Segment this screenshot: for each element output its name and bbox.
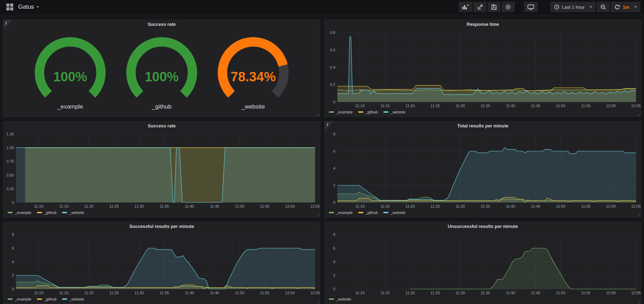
settings-button[interactable] (502, 2, 515, 12)
panel-actions-group (459, 2, 515, 12)
refresh-button[interactable]: 1m (611, 2, 641, 12)
svg-text:0: 0 (12, 200, 14, 205)
svg-text:11:25: 11:25 (431, 291, 440, 295)
legend-item-github[interactable]: _github (37, 297, 57, 301)
legend-label: _example (336, 110, 353, 114)
navbar-actions: Last 1 hour 1m (454, 2, 641, 12)
svg-text:6: 6 (12, 246, 14, 250)
svg-text:11:55: 11:55 (581, 204, 591, 208)
tv-mode-button[interactable] (524, 2, 538, 12)
svg-text:12:00: 12:00 (285, 204, 295, 208)
add-panel-button[interactable] (459, 2, 473, 12)
panel-info-corner[interactable] (325, 121, 334, 131)
share-icon (477, 4, 483, 10)
gauge-github: 100% _github (118, 36, 205, 110)
resize-handle[interactable] (637, 300, 640, 303)
legend-label: _website (69, 210, 84, 215)
svg-text:2: 2 (333, 273, 335, 277)
chevron-down-icon (36, 6, 39, 8)
legend-color-swatch (62, 212, 67, 213)
legend-label: _website (69, 297, 84, 301)
gauge-value: 78.34% (231, 69, 276, 84)
legend-item-example[interactable]: _example (8, 297, 31, 301)
panel-title[interactable]: Response time (325, 20, 641, 29)
success-rate-chart[interactable]: 00.250.500.751.001.2511:1011:1511:2011:2… (3, 131, 320, 209)
svg-text:2: 2 (12, 273, 14, 277)
legend-item-website[interactable]: _website (62, 297, 84, 301)
svg-text:0: 0 (333, 200, 335, 205)
legend-item-github[interactable]: _github (358, 210, 378, 215)
svg-text:0.75: 0.75 (7, 159, 14, 163)
legend-item-github[interactable]: _github (37, 210, 57, 215)
panel-total-results: i Total results per minute 0246811:1011:… (324, 121, 641, 217)
svg-text:11:25: 11:25 (109, 204, 119, 208)
top-navbar: Gatus (0, 0, 644, 14)
legend-item-website[interactable]: _website (329, 297, 351, 301)
svg-text:11:55: 11:55 (581, 291, 591, 295)
svg-text:11:35: 11:35 (160, 291, 169, 295)
save-button[interactable] (488, 2, 500, 12)
svg-text:11:20: 11:20 (84, 291, 94, 295)
svg-text:11:50: 11:50 (556, 291, 565, 295)
svg-text:11:20: 11:20 (405, 204, 415, 208)
panel-title[interactable]: Success rate (3, 121, 320, 131)
legend-item-website[interactable]: _website (383, 110, 405, 114)
panel-title[interactable]: Unsuccessful results per minute (325, 222, 641, 231)
gauge-arc: 100% (118, 36, 205, 103)
svg-text:11:15: 11:15 (59, 204, 68, 208)
legend-item-example[interactable]: _example (329, 210, 353, 215)
svg-text:2: 2 (333, 183, 335, 187)
legend-color-swatch (8, 212, 13, 213)
resize-handle[interactable] (316, 113, 319, 116)
successful-results-chart[interactable]: 0246811:1011:1511:2011:2511:3011:3511:40… (3, 231, 320, 296)
zoom-out-button[interactable] (597, 2, 610, 12)
legend-item-example[interactable]: _example (8, 210, 31, 215)
legend-label: _example (336, 210, 353, 215)
legend-item-example[interactable]: _example (329, 110, 353, 114)
gauge-label: _example (57, 103, 83, 110)
legend-item-github[interactable]: _github (358, 110, 378, 114)
resize-handle[interactable] (637, 113, 640, 116)
svg-text:11:50: 11:50 (556, 104, 565, 108)
svg-text:6: 6 (333, 149, 335, 153)
panel-info-corner[interactable] (3, 20, 13, 29)
panel-title[interactable]: Total results per minute (325, 121, 641, 131)
legend-color-swatch (383, 111, 388, 113)
unsuccessful-results-chart[interactable]: 0246811:1011:1511:2011:2511:3011:3511:40… (325, 231, 641, 296)
svg-text:11:25: 11:25 (109, 291, 119, 295)
response-time-chart[interactable]: 00.20.40.60.811:1011:1511:2011:2511:3011… (325, 29, 641, 109)
chart-legend: _example_github_website (325, 109, 641, 117)
svg-text:11:20: 11:20 (84, 204, 94, 208)
svg-text:11:40: 11:40 (506, 204, 515, 208)
svg-text:11:55: 11:55 (581, 104, 591, 108)
gauge-label: _github (152, 103, 171, 110)
resize-handle[interactable] (637, 214, 640, 216)
legend-label: _website (390, 210, 405, 215)
svg-text:12:05: 12:05 (631, 291, 641, 295)
legend-label: _github (365, 210, 378, 215)
svg-text:0.50: 0.50 (7, 173, 14, 177)
svg-text:11:35: 11:35 (160, 204, 169, 208)
dashboard-title[interactable]: Gatus (18, 3, 34, 10)
legend-item-website[interactable]: _website (62, 210, 84, 215)
grafana-dashboards-icon[interactable] (6, 3, 13, 10)
panel-title[interactable]: Success rate (3, 20, 320, 29)
svg-text:11:15: 11:15 (59, 291, 68, 295)
resize-handle[interactable] (316, 214, 319, 216)
total-results-chart[interactable]: 0246811:1011:1511:2011:2511:3011:3511:40… (325, 131, 641, 209)
svg-text:11:20: 11:20 (405, 104, 415, 108)
legend-item-website[interactable]: _website (383, 210, 405, 215)
time-range-picker[interactable]: Last 1 hour (550, 2, 596, 12)
legend-label: _example (15, 297, 31, 301)
gauge-row: 100% _example 100% _github 78.34% _websi… (3, 29, 320, 117)
panel-title[interactable]: Successful results per minute (3, 222, 320, 231)
svg-text:11:15: 11:15 (380, 291, 390, 295)
dashboard-switcher[interactable]: Gatus (3, 3, 39, 10)
chevron-down-icon (590, 6, 592, 8)
svg-text:12:05: 12:05 (631, 104, 641, 108)
share-button[interactable] (474, 2, 486, 12)
resize-handle[interactable] (316, 300, 319, 303)
svg-text:11:45: 11:45 (531, 104, 540, 108)
svg-text:0.25: 0.25 (7, 187, 14, 191)
svg-text:0: 0 (333, 100, 335, 104)
